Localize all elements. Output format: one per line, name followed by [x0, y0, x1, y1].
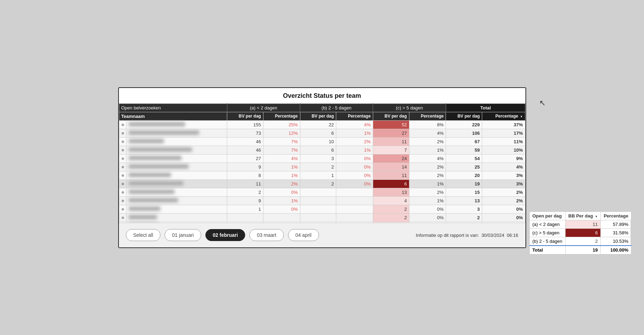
a-bv-header: BV per dag — [227, 112, 263, 120]
t-pct-cell: 37% — [482, 120, 525, 129]
c-bv-cell: 27 — [373, 129, 409, 137]
b-bv-cell — [300, 188, 336, 196]
c-bv-cell: 2 — [373, 213, 409, 222]
tab-feb[interactable]: 02 februari — [205, 229, 246, 241]
expand-icon[interactable]: ⊕ — [119, 205, 126, 213]
c-bv-cell: 7 — [373, 146, 409, 154]
side-pct-cell: 10.53% — [601, 237, 631, 246]
expand-icon[interactable]: ⊕ — [119, 196, 126, 205]
info-label: Informatie op dit rapport is van: — [416, 233, 479, 238]
table-row[interactable]: ⊕ 73 12% 6 1% 27 4% 106 17% — [119, 129, 525, 137]
team-name-cell — [126, 154, 227, 163]
t-bv-cell: 67 — [446, 137, 482, 146]
b-pct-cell: 0% — [336, 163, 373, 171]
team-name-cell — [126, 179, 227, 188]
b-bv-cell: 6 — [300, 129, 336, 137]
tab-mar[interactable]: 03 maart — [249, 229, 283, 241]
c-bv-cell: 52 — [373, 120, 409, 129]
c-bv-cell: 6 — [373, 179, 409, 188]
expand-icon[interactable]: ⊕ — [119, 179, 126, 188]
expand-icon[interactable]: ⊕ — [119, 129, 126, 137]
b-pct-cell: 2% — [336, 137, 373, 146]
side-bb-cell: 11 — [565, 220, 601, 228]
a-pct-cell: 0% — [263, 205, 300, 213]
t-bv-cell: 229 — [446, 120, 482, 129]
team-name-cell — [126, 188, 227, 196]
report-title: Overzicht Status per team — [119, 88, 525, 103]
c-pct-cell: 1% — [409, 196, 446, 205]
expand-icon[interactable]: ⊕ — [119, 146, 126, 154]
b-bv-cell: 10 — [300, 137, 336, 146]
group-a-header: (a) < 2 dagen — [227, 103, 300, 112]
t-bv-header: BV per dag — [446, 112, 482, 120]
c-bv-cell: 11 — [373, 171, 409, 179]
t-pct-header: Percentage ▼ — [482, 112, 525, 120]
expand-icon[interactable]: ⊕ — [119, 137, 126, 146]
side-label-cell: (c) > 5 dagen — [529, 228, 565, 237]
a-pct-header: Percentage — [263, 112, 300, 120]
t-bv-cell: 19 — [446, 179, 482, 188]
expand-icon[interactable]: ⊕ — [119, 213, 126, 222]
c-pct-cell: 0% — [409, 205, 446, 213]
side-total-label: Total — [529, 246, 565, 254]
table-row[interactable]: ⊕ 155 25% 22 4% 52 8% 229 37% — [119, 120, 525, 129]
table-row[interactable]: ⊕ 1 0% 2 0% 3 0% — [119, 205, 525, 213]
b-bv-cell: 1 — [300, 171, 336, 179]
side-label-cell: (a) < 2 dagen — [529, 220, 565, 228]
page-wrapper: Overzicht Status per team Open belverzoe… — [0, 0, 644, 335]
t-pct-cell: 0% — [482, 213, 525, 222]
expand-icon[interactable]: ⊕ — [119, 154, 126, 163]
a-pct-cell: 1% — [263, 163, 300, 171]
table-row[interactable]: ⊕ 9 1% 4 1% 13 2% — [119, 196, 525, 205]
table-row[interactable]: ⊕ 11 2% 2 0% 6 1% 19 3% — [119, 179, 525, 188]
tab-select-all[interactable]: Select all — [126, 229, 161, 241]
c-bv-cell: 11 — [373, 137, 409, 146]
team-name-cell — [126, 171, 227, 179]
a-pct-cell: 2% — [263, 179, 300, 188]
b-bv-cell: 2 — [300, 179, 336, 188]
side-label-cell: (b) 2 - 5 dagen — [529, 237, 565, 246]
a-bv-cell: 155 — [227, 120, 263, 129]
team-name-cell — [126, 213, 227, 222]
expand-icon[interactable]: ⊕ — [119, 171, 126, 179]
group-b-header: (b) 2 - 5 dagen — [300, 103, 373, 112]
table-row[interactable]: ⊕ 8 1% 1 0% 11 2% 20 3% — [119, 171, 525, 179]
table-row[interactable]: ⊕ 2 0% 2 0% — [119, 213, 525, 222]
b-pct-cell: 1% — [336, 129, 373, 137]
c-pct-cell: 1% — [409, 146, 446, 154]
table-row[interactable]: ⊕ 27 4% 3 0% 24 4% 54 9% — [119, 154, 525, 163]
tab-apr[interactable]: 04 april — [288, 229, 319, 241]
expand-icon[interactable]: ⊕ — [119, 188, 126, 196]
b-bv-cell: 3 — [300, 154, 336, 163]
a-bv-cell: 46 — [227, 137, 263, 146]
expand-icon[interactable]: ⊕ — [119, 163, 126, 171]
table-row[interactable]: ⊕ 9 1% 2 0% 14 2% 25 4% — [119, 163, 525, 171]
info-text: Informatie op dit rapport is van: 30/03/… — [416, 233, 518, 238]
a-pct-cell: 4% — [263, 154, 300, 163]
a-bv-cell: 1 — [227, 205, 263, 213]
tab-jan[interactable]: 01 januari — [165, 229, 201, 241]
a-pct-cell — [263, 213, 300, 222]
table-row[interactable]: ⊕ 46 7% 10 2% 11 2% 67 11% — [119, 137, 525, 146]
a-pct-cell: 1% — [263, 196, 300, 205]
a-bv-cell: 9 — [227, 196, 263, 205]
c-pct-cell: 2% — [409, 188, 446, 196]
c-bv-cell: 13 — [373, 188, 409, 196]
c-pct-cell: 2% — [409, 171, 446, 179]
c-bv-cell: 2 — [373, 205, 409, 213]
c-bv-cell: 14 — [373, 163, 409, 171]
t-pct-cell: 3% — [482, 171, 525, 179]
b-bv-cell — [300, 196, 336, 205]
side-table-row: (a) < 2 dagen 11 57.89% — [529, 220, 631, 228]
t-pct-cell: 2% — [482, 196, 525, 205]
table-row[interactable]: ⊕ 46 7% 6 1% 7 1% 59 10% — [119, 146, 525, 154]
c-pct-header: Percentage — [409, 112, 446, 120]
c-bv-header: BV per dag — [373, 112, 409, 120]
expand-icon[interactable]: ⊕ — [119, 120, 126, 129]
a-pct-cell: 0% — [263, 188, 300, 196]
t-bv-cell: 13 — [446, 196, 482, 205]
side-pct-cell: 57.89% — [601, 220, 631, 228]
table-row[interactable]: ⊕ 2 0% 13 2% 15 2% — [119, 188, 525, 196]
side-total-row: Total 19 100.00% — [529, 246, 631, 254]
team-name-cell — [126, 137, 227, 146]
